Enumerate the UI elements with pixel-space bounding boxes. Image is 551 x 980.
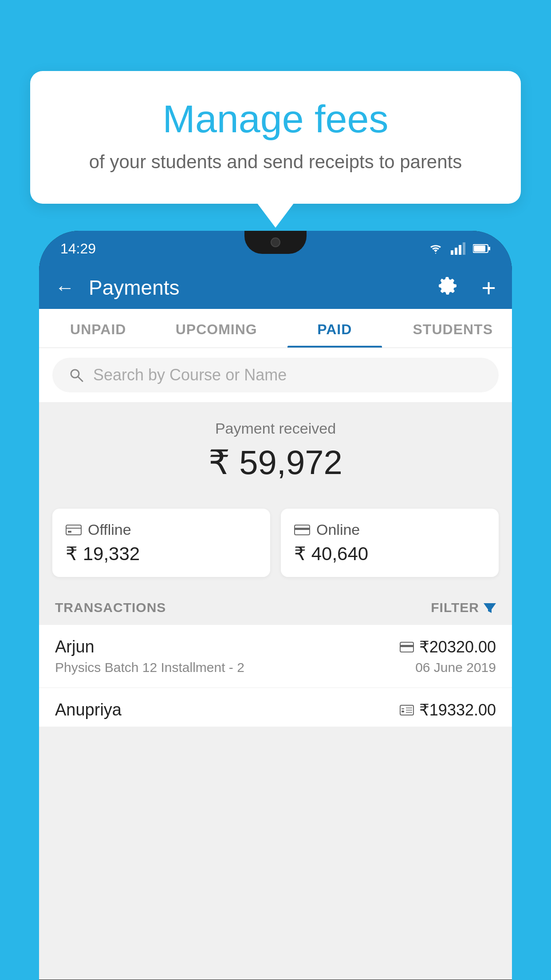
search-placeholder: Search by Course or Name xyxy=(93,366,287,384)
offline-payment-card: Offline ₹ 19,332 xyxy=(52,509,270,577)
transaction-top: Arjun ₹20320.00 xyxy=(55,637,496,656)
svg-rect-0 xyxy=(451,250,453,255)
settings-button[interactable] xyxy=(437,275,458,300)
transaction-amount: ₹19332.00 xyxy=(419,701,496,719)
search-icon xyxy=(68,367,84,383)
online-amount: ₹ 40,640 xyxy=(294,543,485,565)
status-bar: 14:29 xyxy=(39,231,512,266)
transaction-amount-wrapper: ₹20320.00 xyxy=(400,638,496,656)
transaction-amount-wrapper: ₹19332.00 xyxy=(400,701,496,719)
offline-label: Offline xyxy=(88,521,131,538)
status-time: 14:29 xyxy=(60,241,96,257)
transaction-bottom: Physics Batch 12 Installment - 2 06 June… xyxy=(55,660,496,675)
filter-button[interactable]: FILTER xyxy=(431,600,496,615)
svg-rect-16 xyxy=(400,645,413,647)
online-card-header: Online xyxy=(294,521,485,538)
tab-students[interactable]: STUDENTS xyxy=(394,309,512,348)
transaction-amount: ₹20320.00 xyxy=(419,638,496,656)
online-icon xyxy=(294,524,310,536)
svg-rect-11 xyxy=(68,531,71,533)
svg-rect-2 xyxy=(459,245,461,255)
filter-label: FILTER xyxy=(431,600,479,615)
cash-payment-icon xyxy=(400,704,414,716)
online-label: Online xyxy=(316,521,360,538)
search-bar[interactable]: Search by Course or Name xyxy=(52,358,499,392)
svg-rect-19 xyxy=(401,711,404,712)
card-payment-icon xyxy=(400,641,414,653)
svg-rect-5 xyxy=(474,245,485,252)
svg-rect-9 xyxy=(66,525,81,535)
transaction-list: Arjun ₹20320.00 Physics Batch 12 Install… xyxy=(39,625,512,727)
offline-icon xyxy=(66,523,82,537)
tab-upcoming[interactable]: UPCOMING xyxy=(157,309,276,348)
transaction-name: Arjun xyxy=(55,637,94,656)
transaction-course: Physics Batch 12 Installment - 2 xyxy=(55,660,244,675)
svg-rect-6 xyxy=(488,247,490,250)
tab-paid[interactable]: PAID xyxy=(276,309,394,348)
payment-received-section: Payment received ₹ 59,972 xyxy=(39,402,512,509)
notch xyxy=(244,231,307,254)
transaction-row[interactable]: Anupriya ₹19332.00 xyxy=(39,688,512,727)
tabs-bar: UNPAID UPCOMING PAID STUDENTS xyxy=(39,309,512,348)
svg-marker-14 xyxy=(484,603,496,613)
phone-frame: 14:29 xyxy=(39,231,512,980)
svg-line-8 xyxy=(78,377,83,381)
bubble-subtitle: of your students and send receipts to pa… xyxy=(66,151,485,173)
search-container: Search by Course or Name xyxy=(39,348,512,402)
background: Manage fees of your students and send re… xyxy=(0,0,551,980)
wifi-icon xyxy=(428,242,444,255)
transaction-date: 06 June 2019 xyxy=(415,660,496,675)
transaction-name: Anupriya xyxy=(55,700,122,719)
payment-received-label: Payment received xyxy=(52,420,499,437)
bubble-title: Manage fees xyxy=(66,98,485,141)
transaction-top: Anupriya ₹19332.00 xyxy=(55,700,496,719)
signal-icon xyxy=(451,242,466,255)
front-camera xyxy=(271,237,280,247)
online-payment-card: Online ₹ 40,640 xyxy=(281,509,499,577)
header-title: Payments xyxy=(89,276,423,300)
speech-bubble-card: Manage fees of your students and send re… xyxy=(30,71,521,204)
transactions-label: TRANSACTIONS xyxy=(55,600,166,615)
offline-amount: ₹ 19,332 xyxy=(66,543,257,565)
back-button[interactable]: ← xyxy=(55,277,75,299)
app-content: Search by Course or Name Payment receive… xyxy=(39,348,512,980)
payment-total-amount: ₹ 59,972 xyxy=(52,443,499,482)
battery-icon xyxy=(473,244,491,253)
payment-method-cards: Offline ₹ 19,332 Online ₹ 40,640 xyxy=(52,509,499,577)
tab-unpaid[interactable]: UNPAID xyxy=(39,309,157,348)
transaction-row[interactable]: Arjun ₹20320.00 Physics Batch 12 Install… xyxy=(39,625,512,688)
transactions-header: TRANSACTIONS FILTER xyxy=(39,590,512,625)
app-header: ← Payments + xyxy=(39,266,512,309)
svg-rect-13 xyxy=(295,528,310,530)
svg-rect-3 xyxy=(463,242,465,255)
filter-icon xyxy=(484,601,496,614)
status-icons xyxy=(428,242,491,255)
offline-card-header: Offline xyxy=(66,521,257,538)
svg-rect-1 xyxy=(455,248,457,255)
add-button[interactable]: + xyxy=(481,273,496,302)
